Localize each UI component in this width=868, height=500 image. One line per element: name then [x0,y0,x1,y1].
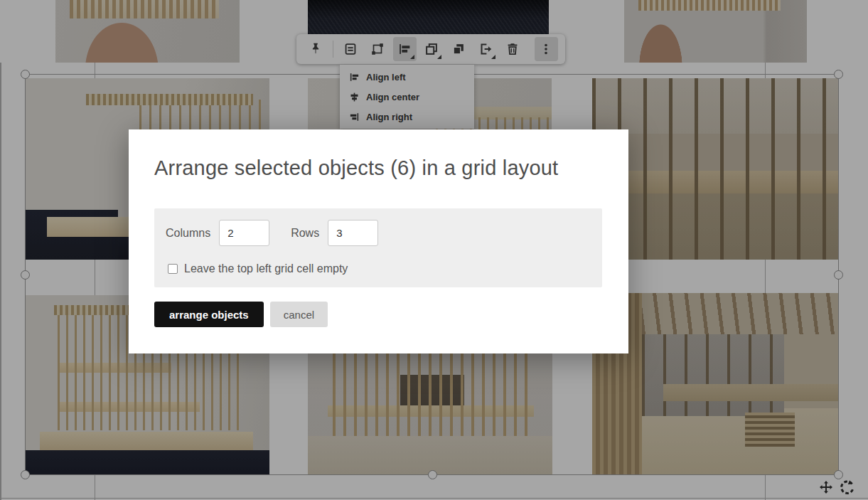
arrange-objects-button[interactable]: arrange objects [154,302,264,327]
grid-options-panel: Columns Rows Leave the top left grid cel… [154,208,602,287]
leave-top-left-empty-label: Leave the top left grid cell empty [184,262,348,275]
rows-label: Rows [291,227,319,240]
columns-label: Columns [166,227,210,240]
leave-top-left-empty-checkbox[interactable] [168,264,178,274]
whiteboard-app: Align left Align center Align right Arra… [0,0,868,500]
arrange-grid-dialog: Arrange selected objects (6) in a grid l… [129,129,628,353]
cancel-button[interactable]: cancel [270,302,328,327]
rows-input[interactable] [328,220,378,246]
columns-input[interactable] [219,220,269,246]
dialog-title: Arrange selected objects (6) in a grid l… [154,156,558,180]
